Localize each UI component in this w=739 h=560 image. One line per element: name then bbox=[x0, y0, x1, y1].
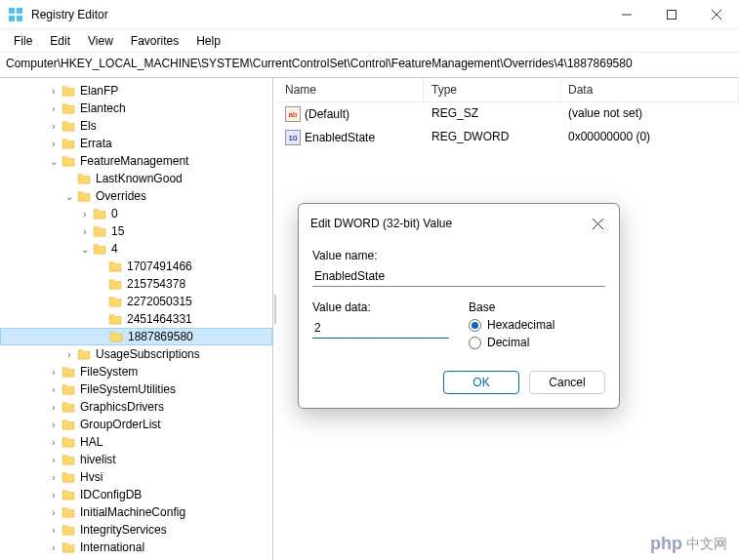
expand-icon[interactable]: › bbox=[47, 86, 61, 97]
tree-panel[interactable]: ›ElanFP›Elantech›Els›Errata⌄FeatureManag… bbox=[0, 78, 273, 560]
tree-item[interactable]: ›UsageSubscriptions bbox=[0, 345, 272, 363]
tree-item[interactable]: ⌄4 bbox=[0, 240, 272, 258]
expand-icon[interactable]: › bbox=[47, 507, 61, 518]
tree-item[interactable]: ›Els bbox=[0, 117, 272, 135]
expand-icon[interactable]: › bbox=[47, 490, 61, 500]
folder-icon bbox=[61, 540, 76, 554]
tree-item[interactable]: ›GraphicsDrivers bbox=[0, 398, 272, 416]
window-title: Registry Editor bbox=[31, 8, 604, 21]
tree-item[interactable]: ⌄FeatureManagement bbox=[0, 152, 272, 170]
radio-hexadecimal[interactable]: Hexadecimal bbox=[469, 318, 605, 332]
value-type: REG_SZ bbox=[424, 104, 560, 124]
folder-icon bbox=[61, 154, 76, 168]
splitter[interactable] bbox=[273, 78, 277, 560]
ok-button[interactable]: OK bbox=[443, 371, 519, 394]
expand-icon[interactable]: › bbox=[47, 402, 61, 413]
expand-icon[interactable]: ⌄ bbox=[78, 244, 92, 255]
tree-item[interactable]: ›ElanFP bbox=[0, 82, 272, 100]
svg-rect-2 bbox=[9, 16, 15, 21]
maximize-button[interactable] bbox=[649, 0, 694, 28]
radio-decimal[interactable]: Decimal bbox=[469, 336, 605, 349]
menu-view[interactable]: View bbox=[80, 31, 121, 51]
tree-item[interactable]: LastKnownGood bbox=[0, 170, 272, 187]
menu-edit[interactable]: Edit bbox=[42, 31, 78, 51]
tree-item[interactable]: ›HAL bbox=[0, 433, 272, 451]
expand-icon[interactable]: › bbox=[47, 121, 61, 132]
menu-help[interactable]: Help bbox=[188, 31, 228, 51]
tree-item[interactable]: ›International bbox=[0, 539, 272, 556]
address-bar[interactable]: Computer\HKEY_LOCAL_MACHINE\SYSTEM\Curre… bbox=[0, 53, 739, 78]
tree-item[interactable]: ›FileSystemUtilities bbox=[0, 380, 272, 398]
tree-item[interactable]: 1707491466 bbox=[0, 258, 272, 275]
tree-item[interactable]: ›15 bbox=[0, 222, 272, 240]
menu-favorites[interactable]: Favorites bbox=[123, 31, 186, 51]
expand-icon[interactable]: › bbox=[78, 226, 92, 237]
expand-icon[interactable]: › bbox=[47, 472, 61, 483]
close-button[interactable] bbox=[694, 0, 739, 28]
list-header: Name Type Data bbox=[277, 78, 739, 102]
value-name: EnabledState bbox=[305, 131, 375, 144]
folder-icon bbox=[76, 347, 92, 361]
tree-item[interactable]: ›FileSystem bbox=[0, 363, 272, 380]
tree-item[interactable]: 215754378 bbox=[0, 275, 272, 293]
folder-icon bbox=[61, 453, 76, 466]
minimize-button[interactable] bbox=[604, 0, 649, 28]
expand-icon[interactable]: › bbox=[47, 542, 61, 553]
tree-item[interactable]: ⌄Overrides bbox=[0, 187, 272, 205]
folder-icon bbox=[61, 84, 76, 98]
tree-item[interactable]: 2451464331 bbox=[0, 310, 272, 328]
tree-item-label: FileSystem bbox=[80, 365, 138, 379]
expand-icon[interactable]: › bbox=[47, 139, 61, 149]
tree-item[interactable]: ›IntegrityServices bbox=[0, 521, 272, 539]
value-name: (Default) bbox=[305, 107, 349, 121]
tree-item[interactable]: ›0 bbox=[0, 205, 272, 222]
tree-item[interactable]: ›IDConfigDB bbox=[0, 486, 272, 503]
expand-icon[interactable]: › bbox=[47, 525, 61, 536]
app-icon bbox=[8, 7, 23, 22]
value-data-input[interactable] bbox=[312, 318, 449, 339]
folder-icon bbox=[61, 470, 76, 484]
expand-icon[interactable]: › bbox=[47, 420, 61, 430]
list-row[interactable]: ab(Default)REG_SZ(value not set) bbox=[277, 102, 739, 126]
tree-item[interactable]: 2272050315 bbox=[0, 293, 272, 310]
dialog-close-button[interactable] bbox=[588, 214, 607, 233]
svg-rect-3 bbox=[17, 16, 22, 21]
tree-item[interactable]: 1887869580 bbox=[0, 328, 272, 345]
list-row[interactable]: 10EnabledStateREG_DWORD0x00000000 (0) bbox=[277, 126, 739, 149]
expand-icon[interactable]: › bbox=[62, 349, 76, 360]
tree-item-label: UsageSubscriptions bbox=[96, 347, 200, 361]
string-value-icon: ab bbox=[285, 106, 301, 122]
folder-icon bbox=[107, 295, 123, 308]
expand-icon[interactable]: › bbox=[47, 384, 61, 395]
tree-item-label: LastKnownGood bbox=[96, 172, 183, 185]
folder-icon bbox=[61, 365, 76, 379]
expand-icon[interactable]: ⌄ bbox=[62, 191, 76, 202]
header-type[interactable]: Type bbox=[424, 78, 560, 101]
dword-value-icon: 10 bbox=[285, 130, 301, 145]
tree-item[interactable]: ›Elantech bbox=[0, 100, 272, 117]
value-name-input[interactable] bbox=[312, 266, 605, 287]
expand-icon[interactable]: › bbox=[78, 209, 92, 220]
tree-item[interactable]: ›Errata bbox=[0, 135, 272, 152]
folder-icon bbox=[92, 207, 107, 220]
menu-file[interactable]: File bbox=[6, 31, 40, 51]
folder-icon bbox=[108, 330, 124, 343]
header-data[interactable]: Data bbox=[560, 78, 739, 101]
tree-item[interactable]: ›hivelist bbox=[0, 451, 272, 468]
tree-item-label: GraphicsDrivers bbox=[80, 400, 164, 414]
header-name[interactable]: Name bbox=[277, 78, 424, 101]
tree-item[interactable]: ›Hvsi bbox=[0, 468, 272, 486]
tree-item[interactable]: ›InitialMachineConfig bbox=[0, 503, 272, 521]
expand-icon[interactable]: › bbox=[47, 103, 61, 114]
expand-icon[interactable]: › bbox=[47, 437, 61, 448]
expand-icon[interactable]: ⌄ bbox=[47, 156, 61, 167]
tree-item[interactable]: ›GroupOrderList bbox=[0, 416, 272, 433]
tree-item-label: 1887869580 bbox=[128, 330, 193, 343]
base-label: Base bbox=[469, 300, 605, 314]
watermark-php: php bbox=[650, 534, 682, 554]
expand-icon[interactable]: › bbox=[47, 367, 61, 378]
folder-icon bbox=[61, 418, 76, 431]
expand-icon[interactable]: › bbox=[47, 455, 61, 465]
cancel-button[interactable]: Cancel bbox=[529, 371, 605, 394]
tree-item-label: IDConfigDB bbox=[80, 488, 142, 501]
